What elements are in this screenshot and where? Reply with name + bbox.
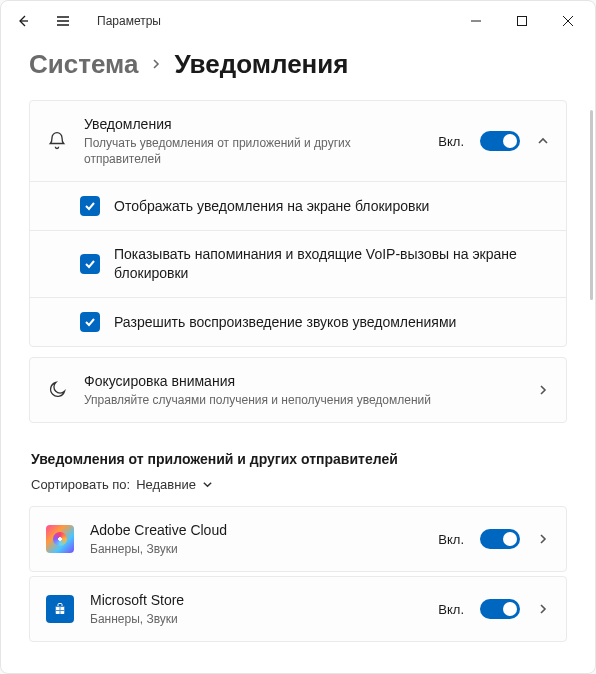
svg-rect-4 bbox=[56, 611, 60, 614]
check-icon bbox=[84, 316, 96, 328]
bell-icon bbox=[46, 131, 68, 151]
app-toggle[interactable] bbox=[480, 529, 520, 549]
option-sounds-row[interactable]: Разрешить воспроизведение звуков уведомл… bbox=[30, 297, 566, 346]
chevron-right-icon bbox=[537, 384, 549, 396]
breadcrumb-parent[interactable]: Система bbox=[29, 49, 138, 80]
app-name: Adobe Creative Cloud bbox=[90, 521, 422, 540]
sort-value: Недавние bbox=[136, 477, 196, 492]
page-title: Уведомления bbox=[174, 49, 348, 80]
moon-icon bbox=[46, 380, 68, 400]
notifications-desc: Получать уведомления от приложений и дру… bbox=[84, 135, 422, 167]
svg-rect-2 bbox=[56, 607, 60, 610]
check-icon bbox=[84, 258, 96, 270]
option-voip-label: Показывать напоминания и входящие VoIP-в… bbox=[114, 245, 550, 283]
focus-assist-row[interactable]: Фокусировка внимания Управляйте случаями… bbox=[30, 358, 566, 422]
close-button[interactable] bbox=[545, 5, 591, 37]
maximize-button[interactable] bbox=[499, 5, 545, 37]
collapse-button[interactable] bbox=[536, 135, 550, 147]
option-voip-row[interactable]: Показывать напоминания и входящие VoIP-в… bbox=[30, 230, 566, 297]
option-sounds-checkbox[interactable] bbox=[80, 312, 100, 332]
apps-section-heading: Уведомления от приложений и других отпра… bbox=[31, 451, 567, 467]
back-button[interactable] bbox=[5, 5, 41, 37]
option-voip-checkbox[interactable] bbox=[80, 254, 100, 274]
close-icon bbox=[563, 16, 573, 26]
maximize-icon bbox=[517, 16, 527, 26]
focus-assist-card: Фокусировка внимания Управляйте случаями… bbox=[29, 357, 567, 423]
app-row-microsoft-store[interactable]: Microsoft Store Баннеры, Звуки Вкл. bbox=[30, 577, 566, 641]
focus-desc: Управляйте случаями получения и неполуче… bbox=[84, 392, 520, 408]
app-desc: Баннеры, Звуки bbox=[90, 611, 422, 627]
svg-rect-5 bbox=[61, 611, 65, 614]
notifications-main-row[interactable]: Уведомления Получать уведомления от прил… bbox=[30, 101, 566, 181]
notifications-toggle-label: Вкл. bbox=[438, 134, 464, 149]
sort-dropdown[interactable]: Сортировать по: Недавние bbox=[31, 477, 567, 492]
minimize-icon bbox=[471, 16, 481, 26]
nav-menu-button[interactable] bbox=[45, 5, 81, 37]
focus-title: Фокусировка внимания bbox=[84, 372, 520, 391]
adobe-cc-icon bbox=[46, 525, 74, 553]
notifications-toggle[interactable] bbox=[480, 131, 520, 151]
svg-rect-3 bbox=[61, 607, 65, 610]
microsoft-store-icon bbox=[46, 595, 74, 623]
app-toggle[interactable] bbox=[480, 599, 520, 619]
hamburger-icon bbox=[55, 13, 71, 29]
focus-nav-button[interactable] bbox=[536, 384, 550, 396]
svg-rect-0 bbox=[518, 17, 527, 26]
arrow-left-icon bbox=[15, 13, 31, 29]
chevron-right-icon bbox=[537, 533, 549, 545]
notifications-title: Уведомления bbox=[84, 115, 422, 134]
notifications-card: Уведомления Получать уведомления от прил… bbox=[29, 100, 567, 347]
app-card: Adobe Creative Cloud Баннеры, Звуки Вкл. bbox=[29, 506, 567, 572]
minimize-button[interactable] bbox=[453, 5, 499, 37]
app-toggle-label: Вкл. bbox=[438, 532, 464, 547]
app-name: Microsoft Store bbox=[90, 591, 422, 610]
chevron-up-icon bbox=[537, 135, 549, 147]
check-icon bbox=[84, 200, 96, 212]
chevron-right-icon bbox=[150, 56, 162, 74]
option-lockscreen-checkbox[interactable] bbox=[80, 196, 100, 216]
option-lockscreen-label: Отображать уведомления на экране блокиро… bbox=[114, 197, 429, 216]
app-title: Параметры bbox=[97, 14, 161, 28]
app-desc: Баннеры, Звуки bbox=[90, 541, 422, 557]
app-nav-button[interactable] bbox=[536, 603, 550, 615]
option-lockscreen-row[interactable]: Отображать уведомления на экране блокиро… bbox=[30, 181, 566, 230]
chevron-down-icon bbox=[202, 479, 213, 490]
app-row-creative-cloud[interactable]: Adobe Creative Cloud Баннеры, Звуки Вкл. bbox=[30, 507, 566, 571]
scrollbar[interactable] bbox=[590, 110, 593, 300]
breadcrumb: Система Уведомления bbox=[29, 49, 567, 80]
sort-label: Сортировать по: bbox=[31, 477, 130, 492]
app-card: Microsoft Store Баннеры, Звуки Вкл. bbox=[29, 576, 567, 642]
chevron-right-icon bbox=[537, 603, 549, 615]
app-toggle-label: Вкл. bbox=[438, 602, 464, 617]
option-sounds-label: Разрешить воспроизведение звуков уведомл… bbox=[114, 313, 456, 332]
app-nav-button[interactable] bbox=[536, 533, 550, 545]
